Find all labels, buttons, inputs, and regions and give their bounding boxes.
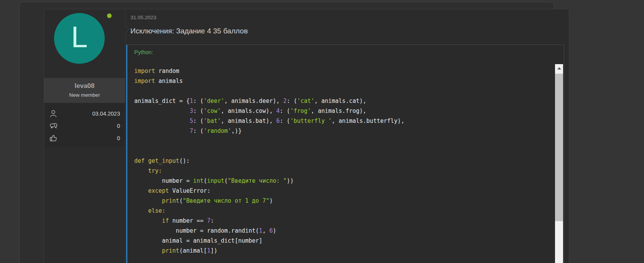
- code-line: def get_input():: [134, 156, 548, 166]
- code-line: number = int(input("Введите число: ")): [134, 176, 548, 186]
- avatar[interactable]: L: [54, 13, 105, 64]
- user-info-section: leva08 New member: [44, 78, 125, 103]
- user-column: L leva08 New member 03.04.2023: [44, 9, 125, 263]
- user-icon: [49, 109, 58, 118]
- code-line: 7: ('random',)}: [134, 126, 548, 136]
- code-line: 5: ('bat', animals.bat), 6: ('butterfly …: [134, 116, 548, 126]
- code-line: animals_dict = {1: ('deer', animals.deer…: [134, 96, 548, 106]
- code-line: [134, 86, 548, 96]
- code-scrollbar[interactable]: [555, 64, 563, 263]
- scroll-up-arrow-icon: [557, 67, 561, 69]
- code-line: import animals: [134, 76, 548, 86]
- post-date-link[interactable]: 31.05.2023: [125, 9, 569, 20]
- user-title: New member: [46, 92, 124, 98]
- code-block: Python: import randomimport animals anim…: [126, 45, 564, 263]
- stat-row-likes: 0: [49, 134, 120, 143]
- code-line: print("Введите число от 1 до 7"): [134, 196, 548, 206]
- scrollbar-up-button[interactable]: [555, 64, 563, 73]
- code-language-label: Python:: [127, 45, 564, 57]
- code-line: if number == 7:: [134, 216, 548, 226]
- user-stats-section: 03.04.2023 0: [44, 103, 125, 147]
- code-line: [134, 136, 548, 146]
- messages-icon: [49, 121, 58, 131]
- likes-icon: [49, 134, 58, 143]
- code-line: 3: ('cow', animals.cow), 4: ('frog', ani…: [134, 106, 548, 116]
- stat-value-joined: 03.04.2023: [58, 111, 120, 117]
- code-line: import random: [134, 66, 548, 76]
- online-indicator-icon: [107, 13, 112, 18]
- code-line: [134, 146, 548, 156]
- stat-row-messages: 0: [49, 121, 120, 131]
- code-line: print(animal[1]): [134, 246, 548, 256]
- code-content: import randomimport animals animals_dict…: [127, 57, 564, 263]
- stat-value-messages: 0: [58, 123, 120, 129]
- code-line: else:: [134, 206, 548, 216]
- message-cell: L leva08 New member 03.04.2023: [44, 9, 569, 263]
- thread-block-container: L leva08 New member 03.04.2023: [19, 2, 554, 263]
- avatar-letter: L: [71, 22, 87, 55]
- scrollbar-thumb[interactable]: [555, 74, 563, 221]
- username-link[interactable]: leva08: [46, 82, 124, 90]
- post-title: Исключения: Задание 4 35 баллов: [125, 20, 569, 35]
- stat-row-joined: 03.04.2023: [49, 109, 120, 118]
- avatar-section: L: [44, 9, 125, 78]
- message-content-column: 31.05.2023 Исключения: Задание 4 35 балл…: [125, 9, 569, 263]
- code-line: number = random.randint(1, 6): [134, 226, 548, 236]
- stat-value-likes: 0: [58, 135, 120, 141]
- code-line: except ValueError:: [134, 186, 548, 196]
- code-line: animal = animals_dict[number]: [134, 236, 548, 246]
- code-line: try:: [134, 166, 548, 176]
